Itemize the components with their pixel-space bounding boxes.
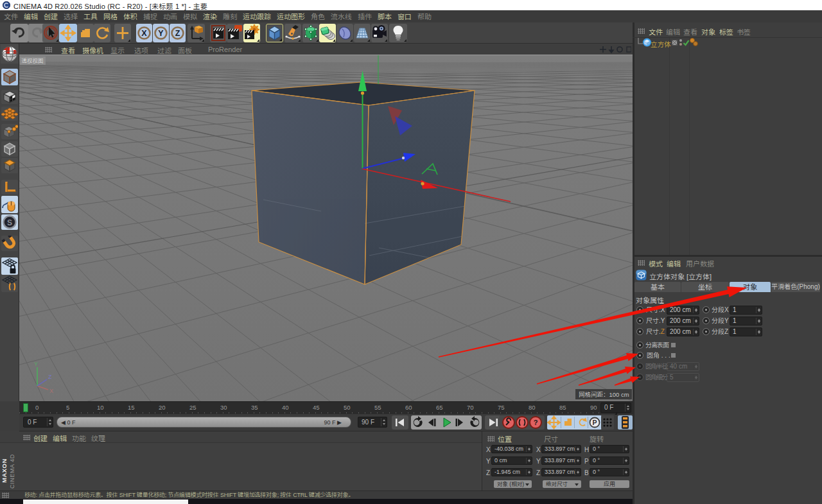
svg-text:Z: Z bbox=[175, 29, 180, 38]
svg-text:X: X bbox=[141, 29, 147, 38]
svg-text:Y: Y bbox=[158, 29, 164, 38]
svg-text:Y: Y bbox=[34, 361, 38, 367]
svg-text:Z: Z bbox=[48, 374, 52, 380]
svg-text:X: X bbox=[49, 388, 53, 394]
svg-text:网格间距：100 cm: 网格间距：100 cm bbox=[579, 391, 629, 398]
svg-text:S: S bbox=[7, 218, 12, 227]
svg-text:?: ? bbox=[534, 419, 538, 426]
svg-text:透视视图: 透视视图 bbox=[22, 58, 44, 64]
svg-text:P: P bbox=[592, 419, 597, 426]
